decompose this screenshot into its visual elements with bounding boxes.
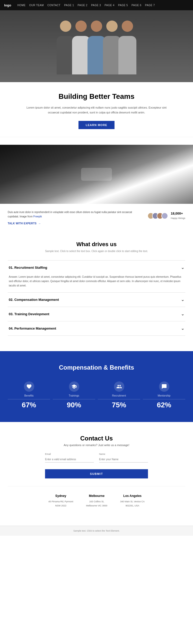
- hero-people: [0, 10, 193, 82]
- accordion-header-3[interactable]: 04. Performance Management ⌄: [8, 321, 185, 335]
- stat-recruitment: Recruitment 75%: [98, 381, 140, 409]
- accordion-header-2[interactable]: 03. Training Development ⌄: [8, 307, 185, 321]
- accordion-num-2: 03.: [9, 312, 13, 316]
- accordion-header-0[interactable]: 01. Recruitment Staffing ⌄: [8, 261, 185, 275]
- mentorship-label: Mentorship: [143, 394, 185, 399]
- footer-text: Sample text. Click to select the Text El…: [73, 530, 120, 532]
- avatar-group: [147, 213, 168, 219]
- talk-with-experts-link[interactable]: TALK WITH EXPERTS: [8, 221, 41, 226]
- office-melbourne: Melbourne 163 Collins St, Melbourne VIC …: [86, 494, 107, 508]
- accordion-title-1: Compensation Management: [14, 298, 59, 302]
- accordion-chevron-0: ⌄: [181, 265, 184, 270]
- office-la-city: Los Angeles: [120, 494, 145, 498]
- nav-page4[interactable]: PAGE 4: [104, 4, 114, 7]
- accordion: 01. Recruitment Staffing ⌄ Answer. Lorem…: [8, 260, 185, 336]
- person-2-head: [75, 21, 87, 32]
- accordion-chevron-2: ⌄: [181, 312, 184, 316]
- accordion-item-2: 03. Training Development ⌄: [8, 307, 185, 321]
- person-4-head: [106, 21, 118, 32]
- office-melbourne-city: Melbourne: [86, 494, 107, 498]
- office-sydney-city: Sydney: [48, 494, 73, 498]
- accordion-header-1[interactable]: 02. Compensation Management ⌄: [8, 293, 185, 307]
- form-row: Email Name: [45, 453, 148, 463]
- name-field: Name: [99, 453, 148, 463]
- nav-home[interactable]: HOME: [17, 4, 25, 7]
- office-la-addr: 340 Main St, Venice CA: [120, 500, 145, 504]
- trainings-svg: [71, 384, 77, 389]
- office-la: Los Angeles 340 Main St, Venice CA 90229…: [120, 494, 145, 508]
- trainings-pct: 90%: [53, 401, 95, 409]
- name-input[interactable]: [99, 456, 148, 463]
- stat-benefits: Benefits 67%: [8, 381, 50, 409]
- hero-section: [0, 10, 193, 82]
- nav-page2[interactable]: PAGE 2: [78, 4, 87, 7]
- info-row: Duis aute irure dolor in reprehenderit i…: [0, 204, 193, 228]
- accordion-item-1: 02. Compensation Management ⌄: [8, 292, 185, 307]
- email-label: Email: [45, 453, 94, 455]
- intro-body: Lorem ipsum dolor sit amet, consectetur …: [22, 105, 171, 115]
- accordion-label-2: 03. Training Development: [9, 312, 49, 316]
- nav-contact[interactable]: CONTACT: [47, 4, 60, 7]
- stat-label: Happy Hirings: [171, 217, 185, 219]
- comp-title: Compensation & Benefits: [8, 364, 185, 371]
- benefits-pct: 67%: [8, 401, 50, 409]
- compensation-banner: Compensation & Benefits Benefits 67% Tra…: [0, 351, 193, 422]
- recruitment-pct: 75%: [98, 401, 140, 409]
- person-5-head: [122, 21, 133, 32]
- office-la-post: 902291, USA: [120, 504, 145, 508]
- accordion-title-2: Training Development: [14, 312, 49, 316]
- accordion-label-3: 04. Performance Management: [9, 326, 56, 330]
- stat-happy-hirings: 18,000+ Happy Hirings: [171, 212, 185, 220]
- accordion-num-3: 04.: [9, 326, 13, 330]
- contact-subtitle: Any questions or remarks? Just write us …: [8, 444, 185, 447]
- accordion-item-3: 04. Performance Management ⌄: [8, 321, 185, 336]
- info-body-text: Duis aute irure dolor in reprehenderit i…: [8, 211, 132, 218]
- contact-section: Contact Us Any questions or remarks? Jus…: [0, 422, 193, 526]
- recruitment-svg: [116, 384, 122, 389]
- info-text-block: Duis aute irure dolor in reprehenderit i…: [8, 210, 147, 226]
- nav-page7[interactable]: PAGE 7: [145, 4, 155, 7]
- person-3-head: [91, 21, 102, 32]
- mentorship-icon: [159, 381, 169, 392]
- accordion-title-3: Performance Management: [14, 326, 56, 330]
- stats-grid: Benefits 67% Trainings 90% Recruitment 7…: [8, 381, 185, 409]
- accordion-item-0: 01. Recruitment Staffing ⌄ Answer. Lorem…: [8, 260, 185, 292]
- office-melbourne-post: Melbourne VIC 3000: [86, 504, 107, 508]
- accordion-chevron-3: ⌄: [181, 326, 184, 331]
- accordion-label-1: 02. Compensation Management: [9, 298, 59, 302]
- email-field: Email: [45, 453, 94, 463]
- team-photo-section: [0, 145, 193, 204]
- intro-title: Building Better Teams: [15, 92, 178, 101]
- nav-page1[interactable]: PAGE 1: [64, 4, 74, 7]
- recruitment-icon: [114, 381, 124, 392]
- hero-person-5: [117, 18, 138, 74]
- logo: logo: [4, 3, 11, 7]
- accordion-content-0: Answer. Lorem ipsum dolor sit amet, cons…: [8, 275, 185, 292]
- benefits-icon: [24, 381, 34, 392]
- offices: Sydney 45 Pirrama Rd, Pyrmont NSW 2022 M…: [8, 486, 185, 518]
- freepik-link[interactable]: Freepik: [33, 215, 42, 218]
- learn-more-button[interactable]: LEARN MORE: [78, 121, 115, 129]
- nav-our-team[interactable]: OUR TEAM: [29, 4, 44, 7]
- office-sydney-addr: 45 Pirrama Rd, Pyrmont: [48, 500, 73, 504]
- nav-page3[interactable]: PAGE 3: [91, 4, 101, 7]
- trainings-label: Trainings: [53, 394, 95, 399]
- intro-section: Building Better Teams Lorem ipsum dolor …: [0, 82, 193, 137]
- benefits-label: Benefits: [8, 394, 50, 399]
- team-hands-image: [0, 145, 193, 204]
- name-label: Name: [99, 453, 148, 455]
- email-input[interactable]: [45, 456, 94, 463]
- accordion-num-0: 01.: [9, 266, 13, 270]
- person-1-head: [60, 21, 71, 32]
- accordion-title-0: Recruitment Staffing: [14, 266, 47, 270]
- nav-page6[interactable]: PAGE 6: [131, 4, 141, 7]
- nav-page5[interactable]: PAGE 5: [118, 4, 128, 7]
- contact-form: Email Name SUBMIT: [45, 453, 148, 478]
- accordion-chevron-1: ⌄: [181, 297, 184, 302]
- submit-button[interactable]: SUBMIT: [45, 469, 148, 478]
- avatar-4: [161, 213, 168, 219]
- office-melbourne-addr: 163 Collins St,: [86, 500, 107, 504]
- accordion-label-0: 01. Recruitment Staffing: [9, 266, 47, 270]
- person-5-body: [118, 36, 136, 74]
- drives-section: What drives us Sample text. Click to sel…: [0, 228, 193, 341]
